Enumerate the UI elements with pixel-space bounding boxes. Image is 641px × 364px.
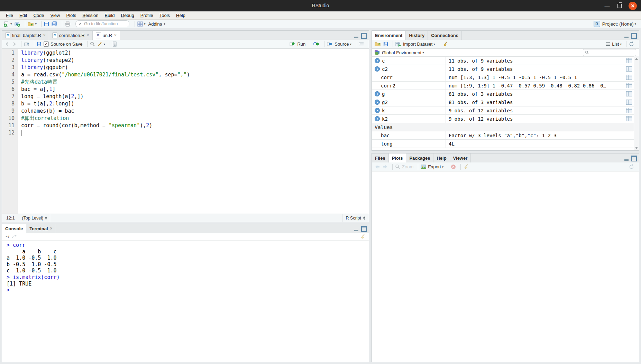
scroll-down-icon[interactable] xyxy=(635,147,638,149)
code-tools-button[interactable]: ▾ xyxy=(97,41,106,47)
close-button[interactable]: ✕ xyxy=(629,2,637,10)
rerun-button[interactable] xyxy=(313,42,320,46)
run-button[interactable]: Run xyxy=(290,41,305,47)
editor-tab-un.R[interactable]: Run.R× xyxy=(93,31,120,40)
source-on-save-checkbox[interactable]: ✓ Source on Save xyxy=(44,41,83,47)
view-data-grid-icon[interactable] xyxy=(626,108,632,113)
new-project-button[interactable]: R xyxy=(14,21,20,27)
minimize-pane-icon[interactable] xyxy=(354,230,358,231)
maximize-pane-icon[interactable] xyxy=(631,33,637,39)
expand-object-icon[interactable] xyxy=(375,116,380,121)
open-file-button[interactable]: ▾ xyxy=(28,21,37,27)
nav-forward-button[interactable] xyxy=(12,42,17,46)
plots-tab-viewer[interactable]: Viewer xyxy=(450,153,471,162)
nav-back-button[interactable] xyxy=(5,42,10,46)
find-replace-button[interactable] xyxy=(90,41,95,47)
close-tab-icon[interactable]: × xyxy=(114,33,117,38)
maximize-button[interactable] xyxy=(615,2,624,10)
open-in-new-window-button[interactable] xyxy=(24,42,29,47)
editor-tab-correlation.R[interactable]: Rcorrelation.R× xyxy=(49,31,93,40)
clear-console-icon[interactable] xyxy=(360,234,365,239)
close-tab-icon[interactable]: × xyxy=(87,33,89,38)
list-view-button[interactable]: List ▾ xyxy=(606,41,622,47)
environment-row[interactable]: c211 obs. of 9 variables xyxy=(372,65,634,73)
scope-selector[interactable]: (Top Level) xyxy=(19,214,50,222)
menu-item-tools[interactable]: Tools xyxy=(156,12,173,19)
menu-item-file[interactable]: File xyxy=(3,12,16,19)
menu-item-build[interactable]: Build xyxy=(102,12,118,19)
expand-object-icon[interactable] xyxy=(375,100,380,105)
plots-tab-files[interactable]: Files xyxy=(372,153,389,162)
code-editor[interactable]: 123456789101112 library(ggplot2)library(… xyxy=(2,49,369,214)
menu-item-session[interactable]: Session xyxy=(79,12,101,19)
goto-file-input[interactable]: Go to file/function xyxy=(75,20,129,27)
menu-item-code[interactable]: Code xyxy=(30,12,47,19)
environment-tab-environment[interactable]: Environment xyxy=(372,31,406,40)
view-data-grid-icon[interactable] xyxy=(626,66,632,72)
menu-item-plots[interactable]: Plots xyxy=(63,12,79,19)
refresh-plots-button[interactable] xyxy=(629,164,634,169)
console-output[interactable]: > corr a b ca 1.0 -0.5 1.0b -0.5 1.0 -0.… xyxy=(2,241,369,362)
plots-tab-help[interactable]: Help xyxy=(433,153,450,162)
editor-save-button[interactable] xyxy=(37,42,42,47)
menu-item-help[interactable]: Help xyxy=(173,12,189,19)
environment-tab-connections[interactable]: Connections xyxy=(428,31,462,40)
env-load-button[interactable] xyxy=(375,41,381,47)
import-dataset-button[interactable]: Import Dataset ▾ xyxy=(395,41,435,47)
menu-item-edit[interactable]: Edit xyxy=(16,12,30,19)
plot-forward-button[interactable] xyxy=(382,165,388,169)
document-outline-button[interactable] xyxy=(359,42,364,46)
view-data-grid-icon[interactable] xyxy=(626,100,632,105)
minimize-pane-icon[interactable] xyxy=(624,37,629,38)
environment-row[interactable]: k29 obs. of 12 variables xyxy=(372,115,634,123)
view-data-grid-icon[interactable] xyxy=(626,75,632,80)
environment-row[interactable]: k9 obs. of 12 variables xyxy=(372,106,634,115)
maximize-pane-icon[interactable] xyxy=(361,226,367,232)
expand-object-icon[interactable] xyxy=(375,58,380,63)
plot-back-button[interactable] xyxy=(375,165,380,169)
clear-plots-button[interactable] xyxy=(463,164,469,169)
menu-item-profile[interactable]: Profile xyxy=(137,12,156,19)
save-all-button[interactable] xyxy=(51,21,57,27)
environment-row[interactable]: corrnum [1:3, 1:3] 1 -0.5 1 -0.5 1 -0.5 … xyxy=(372,73,634,82)
maximize-pane-icon[interactable] xyxy=(361,33,367,39)
export-plot-button[interactable]: Export ▾ xyxy=(421,164,443,169)
remove-plot-button[interactable] xyxy=(451,164,456,169)
expand-object-icon[interactable] xyxy=(375,66,380,72)
print-button[interactable] xyxy=(65,21,71,27)
clear-environment-button[interactable] xyxy=(442,41,448,47)
view-data-grid-icon[interactable] xyxy=(626,116,632,121)
minimize-button[interactable]: — xyxy=(603,2,611,10)
menu-item-debug[interactable]: Debug xyxy=(118,12,137,19)
environment-scope-selector[interactable]: Global Environment xyxy=(382,50,421,55)
expand-object-icon[interactable] xyxy=(375,108,380,113)
view-data-grid-icon[interactable] xyxy=(626,83,632,88)
environment-row[interactable]: c11 obs. of 9 variables xyxy=(372,57,634,65)
save-button[interactable] xyxy=(44,21,49,27)
editor-tab-final_barplot.R[interactable]: Rfinal_barplot.R× xyxy=(2,31,49,40)
view-data-grid-icon[interactable] xyxy=(626,58,632,63)
pane-layout-button[interactable]: ▾ xyxy=(137,21,146,27)
file-type-selector[interactable]: R Script xyxy=(342,214,369,222)
environment-row[interactable]: long4L xyxy=(372,140,634,148)
close-tab-icon[interactable]: × xyxy=(50,226,53,231)
project-menu[interactable]: R Project: (None) ▾ xyxy=(594,21,636,27)
close-tab-icon[interactable]: × xyxy=(43,33,46,38)
minimize-pane-icon[interactable] xyxy=(624,159,629,161)
new-file-button[interactable]: ▾ xyxy=(3,21,12,27)
zoom-plot-button[interactable]: Zoom xyxy=(395,164,413,169)
plots-tab-plots[interactable]: Plots xyxy=(389,153,406,163)
compile-report-button[interactable] xyxy=(112,41,117,47)
maximize-pane-icon[interactable] xyxy=(631,156,637,161)
source-button[interactable]: Source ▾ xyxy=(327,41,351,47)
environment-row[interactable]: bacFactor w/ 3 levels "a","b","c": 1 2 3 xyxy=(372,131,634,140)
minimize-pane-icon[interactable] xyxy=(354,37,358,38)
environment-row[interactable]: g81 obs. of 3 variables xyxy=(372,90,634,98)
refresh-environment-button[interactable] xyxy=(629,41,634,47)
menu-item-view[interactable]: View xyxy=(47,12,63,19)
goto-directory-icon[interactable] xyxy=(12,235,17,239)
env-save-button[interactable] xyxy=(383,42,388,47)
environment-scrollbar[interactable] xyxy=(634,56,639,150)
view-data-grid-icon[interactable] xyxy=(626,91,632,96)
environment-search-input[interactable] xyxy=(583,49,636,56)
